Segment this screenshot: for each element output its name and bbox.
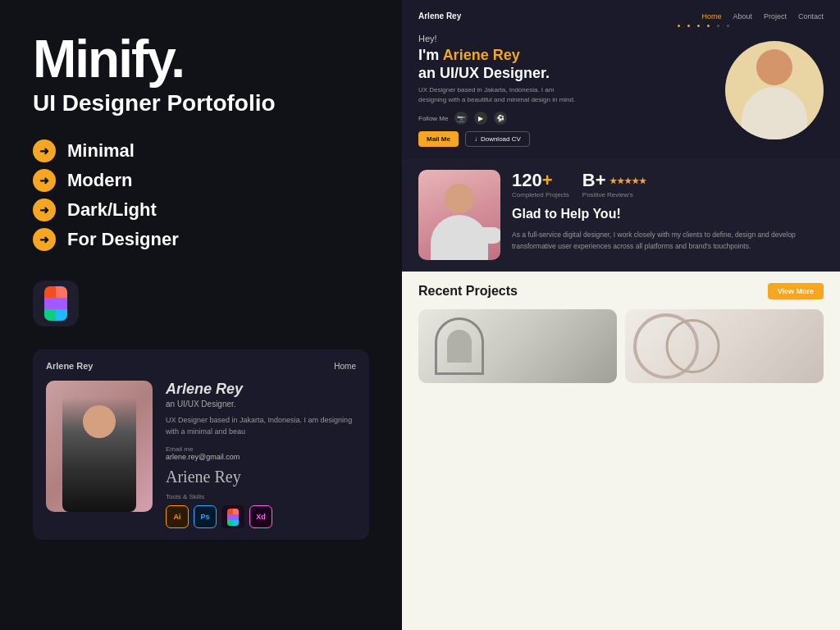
nav-link-about[interactable]: About — [733, 12, 752, 21]
brand-subtitle: UI Designer Portofolio — [33, 90, 369, 116]
download-cv-button[interactable]: ↓ Download CV — [465, 131, 530, 147]
hero-headline: I'm Ariene Rey an UI/UX Designer. — [418, 47, 712, 82]
feature-item-designer: ➜ For Designer — [33, 228, 369, 251]
arrow-icon-modern: ➜ — [33, 169, 56, 192]
portfolio-card-header: Arlene Rey Home — [46, 361, 356, 371]
recent-projects-title: Recent Projects — [418, 284, 518, 299]
portfolio-preview-card: Arlene Rey Home Arlene Rey an UI/UX Desi… — [33, 349, 369, 540]
tool-xd-badge: Xd — [249, 505, 272, 528]
figma-icon — [44, 286, 67, 321]
project-arch-decoration — [435, 317, 484, 375]
hero-nav-links: Home About Project Contact — [701, 12, 824, 21]
project-card-2[interactable] — [625, 309, 824, 383]
nav-link-project[interactable]: Project — [764, 12, 787, 21]
portfolio-card-name: Arlene Rey — [46, 361, 93, 371]
completed-projects-label: Completed Projects — [512, 191, 569, 199]
projects-grid — [418, 309, 824, 383]
view-more-button[interactable]: View More — [768, 283, 824, 299]
hero-description: UX Designer based in Jakarta, Indonesia.… — [418, 85, 582, 105]
portfolio-card-body: Arlene Rey an UI/UX Designer. UX Designe… — [46, 381, 356, 528]
completed-projects-stat: 120+ Completed Projects — [512, 170, 569, 199]
features-list: ➜ Minimal ➜ Modern ➜ Dark/Light ➜ For De… — [33, 139, 369, 258]
feature-item-minimal: ➜ Minimal — [33, 139, 369, 162]
about-person-figure — [427, 184, 492, 260]
portfolio-photo — [46, 381, 153, 512]
feature-label-modern: Modern — [67, 170, 132, 191]
hero-nav-brand: Arlene Rey — [418, 11, 461, 21]
nav-link-contact[interactable]: Contact — [798, 12, 824, 21]
feature-label-minimal: Minimal — [67, 140, 135, 162]
download-icon: ↓ — [474, 135, 477, 143]
recent-projects-section: Recent Projects View More — [402, 272, 840, 630]
hero-nav: Arlene Rey Home About Project Contact — [418, 11, 824, 21]
about-headline: Glad to Help You! — [512, 207, 824, 221]
hero-profile-image — [725, 41, 824, 139]
completed-projects-number: 120+ — [512, 170, 569, 191]
decorative-dots — [678, 25, 733, 27]
portfolio-person-title: an UI/UX Designer. — [166, 399, 356, 409]
arrow-icon-minimal: ➜ — [33, 139, 56, 162]
dribbble-icon[interactable]: ⚽ — [494, 112, 507, 125]
right-panel: Arlene Rey Home About Project Contact He… — [402, 0, 840, 630]
portfolio-email: arlene.rey@gmail.com — [166, 453, 356, 461]
brand-title: Minify. — [33, 33, 369, 85]
hero-text: Hey! I'm Ariene Rey an UI/UX Designer. U… — [418, 34, 712, 147]
youtube-icon[interactable]: ▶ — [474, 112, 487, 125]
hero-section: Arlene Rey Home About Project Contact He… — [402, 0, 840, 158]
arrow-icon-darklight: ➜ — [33, 199, 56, 221]
feature-item-darklight: ➜ Dark/Light — [33, 199, 369, 221]
about-section: 120+ Completed Projects B+ ★★★★★ Positiv… — [402, 158, 840, 272]
portfolio-tools: Ai Ps Xd — [166, 505, 356, 528]
nav-link-home[interactable]: Home — [701, 12, 721, 21]
project-swirl-decoration — [625, 309, 713, 383]
stats-row: 120+ Completed Projects B+ ★★★★★ Positiv… — [512, 170, 824, 199]
rating-grade: B+ ★★★★★ — [582, 170, 646, 191]
hero-headline-part2: an UI/UX Designer. — [418, 65, 550, 81]
left-panel: Minify. UI Designer Portofolio ➜ Minimal… — [0, 0, 402, 630]
portfolio-email-label: Email me — [166, 445, 356, 453]
about-stats: 120+ Completed Projects B+ ★★★★★ Positiv… — [512, 170, 824, 260]
instagram-icon[interactable]: 📷 — [454, 112, 468, 125]
portfolio-tools-label: Tools & Skills — [166, 493, 356, 500]
portfolio-person-desc: UX Designer based in Jakarta, Indonesia.… — [166, 415, 356, 437]
hero-buttons: Mail Me ↓ Download CV — [418, 131, 712, 147]
hero-headline-name: Ariene Rey — [443, 47, 520, 63]
about-description: As a full-service digital designer, I wo… — [512, 230, 824, 252]
arrow-icon-designer: ➜ — [33, 228, 56, 251]
hero-person-silhouette — [737, 49, 811, 139]
hero-person-head — [756, 49, 792, 85]
tool-figma-badge — [221, 505, 244, 528]
feature-item-modern: ➜ Modern — [33, 169, 369, 192]
tool-ps-badge: Ps — [194, 505, 217, 528]
rating-stat: B+ ★★★★★ Positive Review's — [582, 170, 646, 199]
recent-projects-header: Recent Projects View More — [418, 283, 824, 299]
feature-label-darklight: Dark/Light — [67, 199, 157, 221]
hero-headline-part1: I'm — [418, 47, 443, 63]
hero-hey: Hey! — [418, 34, 712, 43]
about-profile-image — [418, 170, 500, 260]
hero-follow-row: Follow Me 📷 ▶ ⚽ — [418, 112, 712, 125]
rating-label: Positive Review's — [582, 191, 646, 199]
hero-body: Hey! I'm Ariene Rey an UI/UX Designer. U… — [418, 34, 824, 147]
hero-person-body — [742, 87, 807, 139]
stars-icon: ★★★★★ — [609, 176, 646, 185]
portfolio-person-silhouette — [62, 397, 136, 512]
tool-ai-badge: Ai — [166, 505, 189, 528]
hero-follow-label: Follow Me — [418, 115, 448, 122]
figma-badge — [33, 281, 79, 326]
portfolio-person-name: Arlene Rey — [166, 381, 356, 398]
portfolio-info: Arlene Rey an UI/UX Designer. UX Designe… — [166, 381, 356, 528]
project-card-1[interactable] — [418, 309, 617, 383]
feature-label-designer: For Designer — [67, 229, 179, 250]
portfolio-signature: Ariene Rey — [166, 468, 356, 486]
portfolio-card-nav: Home — [334, 362, 356, 371]
mail-button[interactable]: Mail Me — [418, 131, 459, 147]
